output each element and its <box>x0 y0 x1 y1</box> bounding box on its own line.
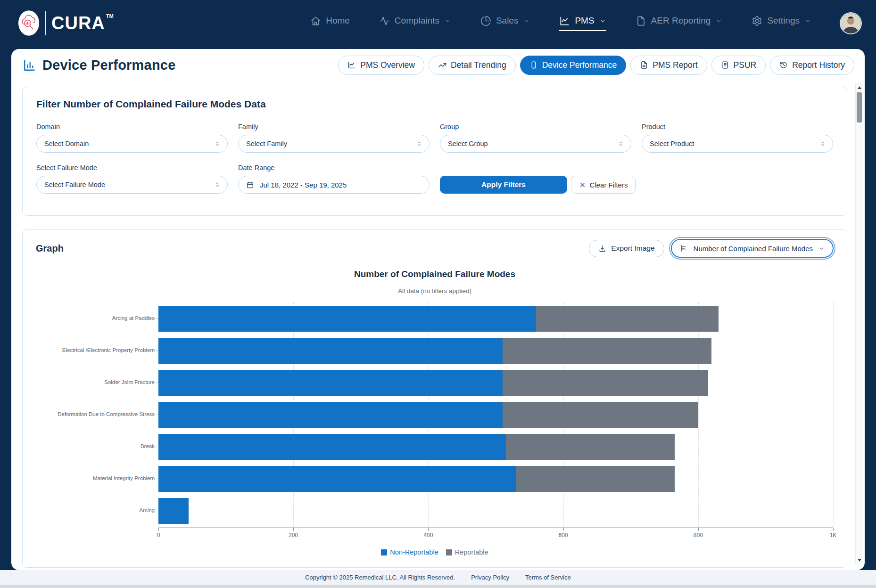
download-icon <box>598 245 606 253</box>
scroll-up-button[interactable] <box>856 83 863 91</box>
nav-item-settings[interactable]: Settings <box>752 16 811 31</box>
brand-logo[interactable]: CURATM <box>18 10 114 36</box>
date-range-input[interactable]: Jul 18, 2022 - Sep 19, 2025 <box>238 176 430 194</box>
scroll-area: Filter Number of Complained Failure Mode… <box>11 78 865 570</box>
tab-pms-report[interactable]: PMS Report <box>630 56 707 75</box>
clear-filters-label: Clear Filters <box>590 181 628 189</box>
chart-type-select[interactable]: Number of Complained Failure Modes <box>671 239 834 258</box>
page-title: Device Performance <box>23 57 175 73</box>
report-icon <box>721 61 729 69</box>
clear-filters-button[interactable]: Clear Filters <box>571 176 636 194</box>
chart-row: Solder Joint Fracture <box>23 367 833 399</box>
privacy-policy-link[interactable]: Privacy Policy <box>471 574 509 581</box>
tab-label: Report History <box>792 60 845 70</box>
domain-select[interactable]: Select Domain <box>36 135 228 153</box>
failure-mode-select[interactable]: Select Failure Mode <box>36 176 228 194</box>
category-label: Arcing at Paddles <box>23 315 155 321</box>
nav-item-pms[interactable]: PMS <box>559 16 606 31</box>
filter-field-domain: Domain Select Domain <box>36 123 228 153</box>
axis-tick-label: 800 <box>694 532 703 539</box>
legend-swatch <box>446 549 452 555</box>
line-chart-icon <box>559 16 570 26</box>
filter-heading: Filter Number of Complained Failure Mode… <box>36 98 833 110</box>
tab-pms-overview[interactable]: PMS Overview <box>338 56 424 75</box>
calendar-icon <box>246 181 254 189</box>
main-nav: HomeComplaintsSalesPMSAER ReportingSetti… <box>310 16 811 31</box>
brand-trademark: TM <box>106 13 114 19</box>
category-label: Electrical /Electronic Property Problem <box>23 347 155 353</box>
bar-track <box>158 370 833 396</box>
legend-item-non-reportable[interactable]: Non-Reportable <box>381 548 438 556</box>
filter-card: Filter Number of Complained Failure Mode… <box>22 87 847 216</box>
chevron-updown-icon <box>617 140 625 147</box>
gridline <box>833 302 834 527</box>
page-tabs: PMS OverviewDetail TrendingDevice Perfor… <box>338 56 854 75</box>
legend-swatch <box>381 549 387 555</box>
nav-item-label: Sales <box>496 16 519 26</box>
field-label: Domain <box>36 123 228 131</box>
axis-tick-label: 1K <box>830 532 837 539</box>
apply-filters-button[interactable]: Apply Filters <box>440 176 567 194</box>
terms-of-service-link[interactable]: Terms of Service <box>525 574 571 581</box>
axis-tick <box>428 528 429 531</box>
tab-device-performance[interactable]: Device Performance <box>520 56 627 75</box>
legend-item-reportable[interactable]: Reportable <box>446 548 488 556</box>
bar-segment-reportable <box>503 370 708 396</box>
nav-item-sales[interactable]: Sales <box>480 16 530 31</box>
top-navigation: CURATM HomeComplaintsSalesPMSAER Reporti… <box>0 0 876 49</box>
category-label: Deformation Due to Compressive Stress <box>23 411 155 417</box>
tab-label: PMS Overview <box>360 60 415 70</box>
chevron-down-icon <box>715 17 722 24</box>
product-select[interactable]: Select Product <box>642 135 833 153</box>
bar-segment-non-reportable <box>158 370 503 396</box>
bar-segment-reportable <box>506 434 675 460</box>
avatar-photo <box>841 13 861 33</box>
chart-legend: Non-ReportableReportable <box>23 548 847 556</box>
chart-title: Number of Complained Failure Modes <box>23 269 847 279</box>
filter-field-date-range: Date Range Jul 18, 2022 - Sep 19, 2025 <box>238 164 430 194</box>
nav-item-label: PMS <box>575 16 594 26</box>
field-label: Group <box>440 123 631 131</box>
filter-field-group: Group Select Group <box>440 123 631 153</box>
vertical-scrollbar[interactable] <box>855 83 863 564</box>
file-text-icon <box>640 61 648 69</box>
nav-item-complaints[interactable]: Complaints <box>379 16 451 31</box>
graph-heading: Graph <box>36 243 64 254</box>
graph-card: Graph Export Image Number of Complained … <box>22 229 847 568</box>
chart-subtitle: All data (no filters applied) <box>23 287 847 294</box>
nav-item-home[interactable]: Home <box>310 16 350 31</box>
group-select[interactable]: Select Group <box>440 135 631 153</box>
axis-tick-label: 600 <box>559 532 568 539</box>
file-icon <box>636 16 646 26</box>
filter-field-product: Product Select Product <box>642 123 833 153</box>
family-select[interactable]: Select Family <box>238 135 430 153</box>
user-avatar[interactable] <box>840 12 862 34</box>
chevron-down-icon <box>818 245 825 252</box>
axis-tick <box>293 528 294 531</box>
export-image-button[interactable]: Export Image <box>589 240 664 257</box>
copyright-text: Copyright © 2025 Remedical LLC. All Righ… <box>305 574 455 581</box>
nav-item-aer-reporting[interactable]: AER Reporting <box>636 16 723 31</box>
bar-track <box>158 434 833 460</box>
chart-type-value: Number of Complained Failure Modes <box>694 245 813 253</box>
graph-header: Graph Export Image Number of Complained … <box>23 239 847 258</box>
chart-x-axis <box>158 527 833 528</box>
activity-icon <box>379 16 390 26</box>
chevron-updown-icon <box>214 140 221 147</box>
chart-rows: Arcing at PaddlesElectrical /Electronic … <box>23 302 833 527</box>
category-label: Break <box>23 443 155 449</box>
scrollbar-thumb[interactable] <box>857 92 862 122</box>
category-label: Arcing <box>23 507 155 514</box>
bar-chart-horizontal-icon <box>680 244 688 253</box>
scroll-down-button[interactable] <box>856 556 863 564</box>
bar-track <box>158 498 833 524</box>
chevron-updown-icon <box>214 181 221 188</box>
tab-psur[interactable]: PSUR <box>711 56 766 75</box>
tab-detail-trending[interactable]: Detail Trending <box>429 56 516 75</box>
pie-chart-icon <box>480 16 491 26</box>
tab-report-history[interactable]: Report History <box>770 56 854 75</box>
filter-row-2: Select Failure Mode Select Failure Mode … <box>36 164 833 194</box>
bar-segment-reportable <box>516 466 674 492</box>
bar-segment-reportable <box>536 306 718 332</box>
trending-up-icon <box>438 61 446 69</box>
